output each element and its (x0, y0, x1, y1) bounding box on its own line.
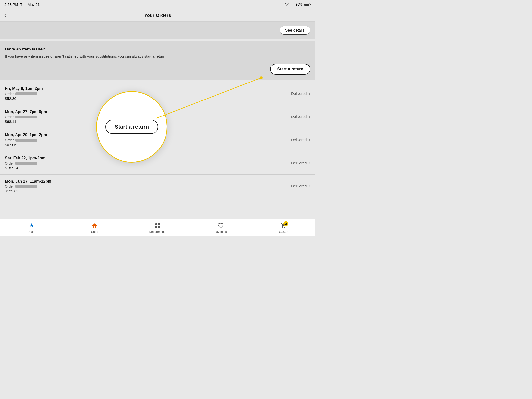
svg-rect-5 (155, 223, 157, 225)
svg-rect-3 (294, 2, 294, 6)
order-right-5: Delivered › (291, 183, 310, 189)
order-left-3: Mon, Apr 20, 1pm-2pm Order $67.05 (5, 133, 291, 147)
nav-item-departments[interactable]: Departments (149, 223, 166, 233)
order-right-2: Delivered › (291, 114, 310, 119)
order-number-redacted-2 (15, 116, 37, 118)
order-chevron-1: › (309, 91, 310, 96)
status-time-area: 2:58 PM Thu May 21 (4, 2, 40, 7)
wifi-icon (285, 2, 289, 7)
order-right-1: Delivered › (291, 91, 310, 96)
cart-badge: 18 (283, 221, 288, 226)
order-number-2: Order (5, 115, 291, 119)
order-date-5: Mon, Jan 27, 11am-12pm (5, 179, 291, 183)
order-price-3: $67.05 (5, 143, 291, 147)
order-status-5: Delivered (291, 184, 307, 188)
order-status-1: Delivered (291, 91, 307, 96)
see-details-button[interactable]: See details (280, 26, 310, 35)
start-icon (29, 223, 34, 229)
order-left-5: Mon, Jan 27, 11am-12pm Order $122.62 (5, 179, 291, 193)
status-bar: 2:58 PM Thu May 21 95% (0, 0, 315, 9)
svg-rect-8 (158, 226, 160, 228)
order-price-2: $68.11 (5, 119, 291, 124)
order-left-2: Mon, Apr 27, 7pm-8pm Order $68.11 (5, 110, 291, 124)
start-return-button-top[interactable]: Start a return (270, 64, 310, 75)
battery-percentage: 95% (296, 2, 302, 6)
issue-title: Have an item issue? (5, 47, 310, 52)
order-status-3: Delivered (291, 138, 307, 142)
order-number-5: Order (5, 184, 291, 188)
signal-icon (291, 2, 294, 7)
nav-item-cart[interactable]: 18 $33.38 (275, 223, 292, 233)
order-right-4: Delivered › (291, 160, 310, 166)
order-date-1: Fri, May 8, 1pm-2pm (5, 86, 291, 91)
status-icons-area: 95% (285, 2, 311, 7)
nav-label-shop: Shop (91, 230, 98, 233)
shop-icon (92, 223, 98, 229)
favorites-icon (218, 223, 224, 229)
status-day: Thu May 21 (20, 2, 40, 7)
nav-label-cart: $33.38 (279, 230, 288, 233)
issue-actions: Start a return (5, 64, 310, 75)
svg-rect-1 (292, 4, 292, 6)
order-item-3[interactable]: Mon, Apr 20, 1pm-2pm Order $67.05 Delive… (0, 128, 315, 151)
order-chevron-5: › (309, 183, 310, 189)
order-item-1[interactable]: Fri, May 8, 1pm-2pm Order $52.80 Deliver… (0, 82, 315, 105)
svg-rect-2 (293, 3, 293, 6)
order-right-3: Delivered › (291, 137, 310, 143)
status-time: 2:58 PM (4, 2, 18, 7)
back-button[interactable]: ‹ (4, 12, 6, 18)
order-number-redacted-3 (15, 139, 37, 142)
order-left-1: Fri, May 8, 1pm-2pm Order $52.80 (5, 86, 291, 100)
order-item-2[interactable]: Mon, Apr 27, 7pm-8pm Order $68.11 Delive… (0, 105, 315, 128)
nav-item-favorites[interactable]: Favorites (212, 223, 229, 233)
nav-label-start: Start (28, 230, 34, 233)
nav-label-favorites: Favorites (215, 230, 227, 233)
order-number-redacted-4 (15, 162, 37, 165)
order-date-2: Mon, Apr 27, 7pm-8pm (5, 110, 291, 114)
order-status-4: Delivered (291, 161, 307, 165)
order-item-5[interactable]: Mon, Jan 27, 11am-12pm Order $122.62 Del… (0, 175, 315, 198)
order-number-redacted-5 (15, 185, 37, 188)
svg-rect-7 (155, 226, 157, 228)
nav-label-departments: Departments (149, 230, 166, 233)
top-card: See details (0, 22, 315, 39)
order-chevron-2: › (309, 114, 310, 119)
svg-rect-6 (158, 223, 160, 225)
order-item-4[interactable]: Sat, Feb 22, 1pm-2pm Order $157.24 Deliv… (0, 151, 315, 175)
nav-item-shop[interactable]: Shop (86, 223, 103, 233)
battery-icon (304, 2, 311, 6)
svg-rect-0 (291, 4, 291, 6)
nav-item-start[interactable]: Start (23, 223, 40, 233)
order-number-1: Order (5, 92, 291, 96)
order-price-5: $122.62 (5, 189, 291, 193)
order-date-3: Mon, Apr 20, 1pm-2pm (5, 133, 291, 137)
issue-description: If you have any item issues or aren't sa… (5, 54, 310, 59)
order-chevron-4: › (309, 160, 310, 166)
main-content: See details Have an item issue? If you h… (0, 22, 315, 219)
nav-bar: ‹ Your Orders (0, 9, 315, 22)
order-number-4: Order (5, 161, 291, 165)
cart-icon-wrap: 18 (281, 223, 287, 229)
order-number-redacted-1 (15, 92, 37, 95)
order-date-4: Sat, Feb 22, 1pm-2pm (5, 156, 291, 160)
issue-card: Have an item issue? If you have any item… (0, 41, 315, 80)
order-number-3: Order (5, 138, 291, 142)
orders-list: Fri, May 8, 1pm-2pm Order $52.80 Deliver… (0, 82, 315, 198)
order-price-1: $52.80 (5, 96, 291, 100)
order-left-4: Sat, Feb 22, 1pm-2pm Order $157.24 (5, 156, 291, 170)
departments-icon (155, 223, 161, 229)
order-chevron-3: › (309, 137, 310, 143)
page-title: Your Orders (144, 13, 171, 18)
order-price-4: $157.24 (5, 166, 291, 170)
order-status-2: Delivered (291, 115, 307, 119)
bottom-nav: Start Shop Departments Favorites (0, 219, 315, 236)
